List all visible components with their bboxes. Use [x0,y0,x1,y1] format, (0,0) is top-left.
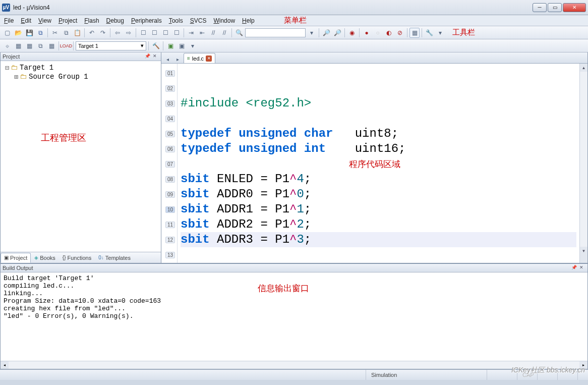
project-panel-title: Project [3,53,20,60]
toolbar2-dropdown-icon[interactable]: ▾ [188,41,198,51]
minimize-button[interactable]: ─ [533,3,547,12]
window-title: led - µVision4 [13,4,533,11]
build-toolbar: ⟐ ▦ ▦ ⧉ ▦ LOAD Target 1▾ 🔨 ▣ ▣ ▾ [0,39,588,52]
status-cap: CAP [517,370,537,380]
target-select[interactable]: Target 1▾ [76,41,146,50]
build-icon[interactable]: ▦ [13,41,23,51]
build-close-icon[interactable]: ✕ [579,265,585,271]
breakpoint-disable-icon[interactable]: ◐ [384,28,394,38]
toolbar-dropdown-icon[interactable]: ▾ [435,28,445,38]
hscroll-right-icon[interactable]: ▸ [579,361,587,369]
standard-toolbar: ▢ 📂 💾 ⧉ ✂ ⧉ 📋 ↶ ↷ ⇦ ⇨ ☐ ☐ ☐ ☐ ⇥ ⇤ // // … [0,26,588,39]
menu-view[interactable]: View [38,17,51,24]
tab-functions[interactable]: {}Functions [59,253,95,263]
incremental-find-icon[interactable]: 🔎 [332,28,342,38]
undo-icon[interactable]: ↶ [87,28,97,38]
menu-help[interactable]: Help [242,17,255,24]
manage-books-icon[interactable]: ▣ [177,41,187,51]
editor-vscrollbar[interactable]: ▲ ▼ [579,64,587,263]
tab-nav-right-icon[interactable]: ▸ [173,55,182,63]
configure-icon[interactable]: 🔧 [424,28,434,38]
menu-window[interactable]: Window [213,17,235,24]
cut-icon[interactable]: ✂ [50,28,60,38]
paste-icon[interactable]: 📋 [72,28,82,38]
uncomment-icon[interactable]: // [219,28,229,38]
tree-root[interactable]: Target 1 [20,64,53,72]
maximize-button[interactable]: ▭ [548,3,562,12]
bookmark-icon[interactable]: ☐ [138,28,148,38]
bookmark-next-icon[interactable]: ☐ [160,28,170,38]
find-input[interactable] [245,28,306,37]
build-output-text[interactable]: Build target 'Target 1' compiling led.c.… [1,272,587,361]
download-icon[interactable]: LOAD [61,41,71,51]
save-icon[interactable]: 💾 [24,28,34,38]
outdent-icon[interactable]: ⇤ [197,28,207,38]
tab-books[interactable]: ◈Books [31,253,59,263]
close-button[interactable]: ✕ [563,3,586,12]
save-all-icon[interactable]: ⧉ [35,28,45,38]
tab-close-icon[interactable]: ✕ [206,56,212,62]
new-file-icon[interactable]: ▢ [2,28,12,38]
build-output-header: Build Output 📌 ✕ [1,264,587,272]
nav-back-icon[interactable]: ⇦ [112,28,123,38]
status-mode: Simulation [366,370,487,380]
batch-build-icon[interactable]: ⧉ [35,41,45,51]
menu-svcs[interactable]: SVCS [190,17,207,24]
menu-edit[interactable]: Edit [21,17,31,24]
menu-tools[interactable]: Tools [169,17,183,24]
build-pin-icon[interactable]: 📌 [571,265,577,271]
annotation-output: 信息输出窗口 [258,283,309,294]
project-panel: Project 📌 ✕ ⊟🗀Target 1 ⊞🗀Source Group 1 … [0,52,161,263]
code-body[interactable]: #include <reg52.h>typedef unsigned char … [178,64,579,263]
tab-templates[interactable]: 0↓Templates [95,253,134,263]
scroll-up-icon[interactable]: ▲ [580,64,587,72]
menu-project[interactable]: Project [58,17,77,24]
breakpoint-kill-icon[interactable]: ⊘ [395,28,405,38]
find-icon[interactable]: 🔎 [321,28,331,38]
breakpoint-enable-icon[interactable]: ○ [373,28,383,38]
scroll-down-icon[interactable]: ▼ [580,247,587,255]
app-icon: µV [2,4,10,12]
stop-build-icon[interactable]: ▦ [46,41,56,51]
annotation-project: 工程管理区 [41,132,86,144]
hscroll-left-icon[interactable]: ◂ [1,361,9,369]
options-icon[interactable]: 🔨 [151,41,161,51]
menu-peripherals[interactable]: Peripherals [131,17,162,24]
indent-icon[interactable]: ⇥ [186,28,196,38]
rebuild-icon[interactable]: ▦ [24,41,34,51]
menu-file[interactable]: File [4,17,14,24]
project-bottom-tabs: ▣Project ◈Books {}Functions 0↓Templates [1,252,161,263]
tree-child[interactable]: Source Group 1 [29,73,88,81]
nav-fwd-icon[interactable]: ⇨ [124,28,134,38]
find-in-files-icon[interactable]: 🔍 [234,28,244,38]
bookmark-clear-icon[interactable]: ☐ [171,28,182,38]
manage-project-icon[interactable]: ▣ [165,41,175,51]
project-tree[interactable]: ⊟🗀Target 1 ⊞🗀Source Group 1 工程管理区 [1,61,161,252]
comment-icon[interactable]: // [208,28,218,38]
window-toggle-icon[interactable]: ▦ [409,28,420,38]
editor-area: ◂ ▸ ≡led.c✕ 01020304050607080910111213 #… [161,52,588,263]
copy-icon[interactable]: ⧉ [61,28,71,38]
bookmark-prev-icon[interactable]: ☐ [149,28,159,38]
translate-icon[interactable]: ⟐ [2,41,12,51]
code-editor[interactable]: 01020304050607080910111213 #include <reg… [161,64,587,263]
build-output-title: Build Output [3,265,33,271]
build-hscrollbar[interactable]: ◂ ▸ [1,361,587,369]
editor-tab-ledc[interactable]: ≡led.c✕ [184,53,215,63]
build-output-panel: Build Output 📌 ✕ Build target 'Target 1'… [0,263,588,369]
breakpoint-insert-icon[interactable]: ● [362,28,372,38]
find-dropdown-icon[interactable]: ▾ [307,28,317,38]
pin-icon[interactable]: 📌 [145,53,151,60]
redo-icon[interactable]: ↷ [98,28,108,38]
tab-nav-left-icon[interactable]: ◂ [163,55,171,63]
panel-close-icon[interactable]: ✕ [153,53,159,60]
debug-icon[interactable]: ◉ [347,28,357,38]
project-panel-header: Project 📌 ✕ [1,52,161,61]
menu-debug[interactable]: Debug [106,17,124,24]
open-file-icon[interactable]: 📂 [13,28,23,38]
menu-flash[interactable]: Flash [84,17,99,24]
annotation-toolbar: 工具栏 [452,28,475,37]
scroll-resize-icon[interactable] [580,255,587,263]
editor-tabs: ◂ ▸ ≡led.c✕ [161,52,587,64]
tab-project[interactable]: ▣Project [1,253,31,263]
